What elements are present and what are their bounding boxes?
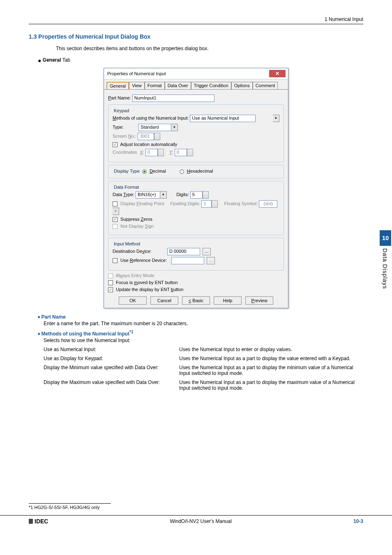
logo: IDEC [29,518,48,525]
section-title: 1.3 Properties of Numerical Input Dialog… [29,33,363,40]
data-format-legend: Data Format [113,185,140,190]
browse-button: ... [207,257,215,264]
display-type-legend: Display Type [113,169,141,173]
cancel-button[interactable]: Cancel [150,296,178,305]
adjust-checkbox[interactable]: ✓ [113,142,118,147]
screen-no-label: Screen No.: [113,134,136,139]
chevron-down-icon[interactable]: ▾ [273,115,279,122]
methods-table: Use as Numerical Input: Uses the Numeric… [44,347,363,391]
float-digits-label: Floating Digits: [171,201,201,206]
dialog-tabs: General View Format Data Over Trigger Co… [104,79,288,89]
general-tab-label: General [43,57,61,63]
row-label: Use as Display for Keypad: [44,356,179,361]
general-tab-heading: ● General Tab [38,57,363,64]
decimal-label: Decimal [150,169,166,173]
row-label: Use as Numerical Input: [44,347,179,352]
adjust-label: Adjust location automatically [120,142,177,147]
tab-options[interactable]: Options [231,82,253,89]
x-label: X: [140,150,144,155]
datatype-select[interactable]: BIN16(+) [136,191,160,199]
focus-checkbox[interactable] [108,280,113,285]
tab-general[interactable]: General [106,82,129,89]
footnote-ref: *1 [129,330,133,334]
row-label: Display the Minimum value specified with… [44,365,179,376]
row-value: Uses the Numerical Input as a part to di… [179,379,363,391]
properties-dialog: Properties of Numerical Input ✕ General … [104,68,288,308]
keypad-legend: Keypad [113,108,130,113]
y-label: Y: [169,150,173,155]
digits-input[interactable]: 5 [190,191,203,199]
spinner-icon [187,149,193,156]
browse-button[interactable]: ... [203,248,211,255]
help-button[interactable]: Help [214,296,242,305]
useref-label: Use Reference Device: [120,258,167,263]
float-symbol-label: Floating Symbol: [224,201,258,206]
spinner-icon[interactable] [203,191,209,199]
method-label: Methods of using the Numerical Input: [113,116,189,120]
input-method-legend: Input Method [113,241,141,246]
methods-heading: ■Methods of using the Numerical Input*1 [38,330,363,337]
general-tab-suffix: Tab [61,57,70,63]
tab-view[interactable]: View [129,82,145,89]
update-label: Update the display by ENT button [116,287,183,292]
preview-button[interactable]: Preview [245,296,273,305]
decimal-radio[interactable] [142,169,147,174]
row-value: Uses the Numerical Input as a part to di… [179,365,363,376]
row-value: Uses the Numerical Input to enter or dis… [179,347,363,352]
input-method-group: Input Method Destination Device: D 00000… [108,238,284,271]
always-entry-checkbox [108,273,113,278]
part-name-desc: Enter a name for the part. The maximum n… [44,321,363,326]
part-name-label: Part Name: [108,95,131,100]
hex-label: Hexadecimal [187,169,213,173]
dest-label: Destination Device: [113,249,166,254]
tab-data-over[interactable]: Data Over [165,82,191,89]
hex-radio[interactable] [180,169,184,174]
tab-trigger[interactable]: Trigger Condition [191,82,231,89]
part-name-input[interactable]: NumInput1 [132,95,214,102]
side-tab: 10 Data Displays [380,230,392,289]
float-checkbox[interactable] [113,201,118,206]
digits-label: Digits: [176,192,189,197]
float-digits-input: 1 [201,200,212,208]
row-value: Uses the Numerical Input as a part to di… [179,356,363,361]
chevron-down-icon[interactable]: ▾ [160,191,167,199]
notsign-checkbox [113,224,118,229]
datatype-label: Data Type: [113,192,134,197]
x-input: 0 [145,149,158,156]
update-checkbox[interactable]: ✓ [108,287,113,292]
tab-format[interactable]: Format [145,82,165,89]
spinner-icon [154,133,160,140]
footnote: *1 HG2G-S/-5S/-5F, HG3G/4G only [29,503,111,510]
suppress-checkbox[interactable]: ✓ [113,217,118,222]
spinner-icon [212,200,218,208]
part-name-heading: ■Part Name [38,314,363,320]
always-entry-label: Always Entry Mode [115,273,154,278]
suppress-label: Suppress Zeros [120,217,152,222]
ref-input [171,257,204,264]
methods-desc: Selects how to use the Numerical Input: [44,338,363,343]
chapter-label: Data Displays [380,248,388,289]
chevron-down-icon: ▾ [113,208,119,215]
float-label: Display Floating Point [120,201,164,206]
close-icon[interactable]: ✕ [269,70,286,77]
notsign-label: Not Display Sign [120,224,154,229]
dest-input[interactable]: D 00000 [167,248,200,255]
chevron-down-icon[interactable]: ▾ [171,124,178,131]
type-select[interactable]: Standard [138,124,171,131]
useref-checkbox[interactable] [113,258,118,263]
basic-button[interactable]: < Basic [182,296,210,305]
display-type-group: Display Type Decimal Hexadecimal [108,165,284,178]
chapter-number: 10 [380,230,391,246]
focus-label: Focus is moved by ENT button [116,280,178,285]
coord-label: Coordinates [113,150,137,155]
y-input: 0 [175,149,187,156]
tab-comment[interactable]: Comment [253,82,278,89]
ok-button[interactable]: OK [119,296,147,305]
section-intro: This section describes items and buttons… [56,46,363,51]
spinner-icon [158,149,164,156]
footer-title: WindO/I-NV2 User's Manual [170,518,232,524]
screen-no-input: 3001 [138,133,154,140]
method-select[interactable]: Use as Numerical Input [190,115,256,122]
data-format-group: Data Format Data Type: BIN16(+)▾ Digits:… [108,181,284,235]
type-label: Type: [113,125,137,130]
